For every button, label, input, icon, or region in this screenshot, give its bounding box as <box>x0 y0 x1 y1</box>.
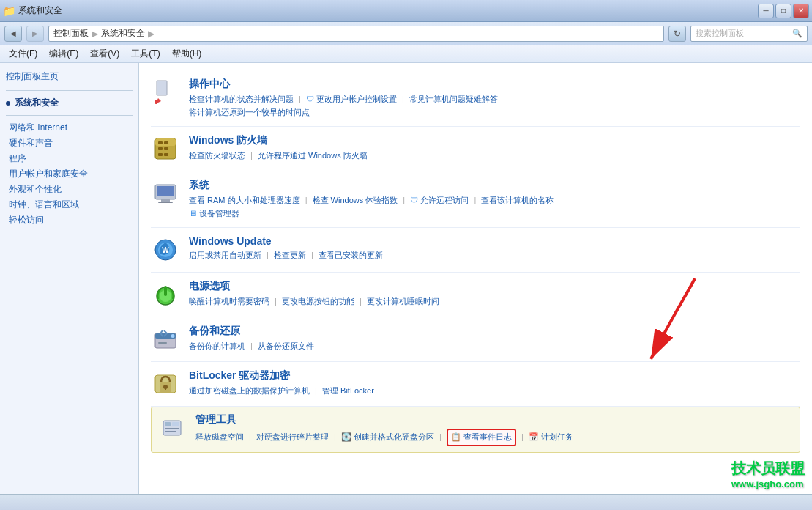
link-power-button[interactable]: 更改电源按钮的功能 <box>282 297 354 306</box>
action-center-title[interactable]: 操作中心 <box>189 78 800 91</box>
link-restore[interactable]: 将计算机还原到一个较早的时间点 <box>189 108 310 117</box>
update-title[interactable]: Windows Update <box>189 235 800 247</box>
menu-tools[interactable]: 工具(T) <box>125 46 165 62</box>
power-links: 唤醒计算机时需要密码 | 更改电源按钮的功能 | 更改计算机睡眠时间 <box>189 295 800 308</box>
sidebar-item-user-accounts[interactable]: 用户帐户和家庭安全 <box>6 168 133 180</box>
link-encrypt-disk[interactable]: 通过加密磁盘上的数据保护计算机 <box>189 386 310 395</box>
link-backup-computer[interactable]: 备份你的计算机 <box>189 341 245 350</box>
menu-edit[interactable]: 编辑(E) <box>43 46 84 62</box>
sidebar-current-section: 系统和安全 <box>6 97 133 109</box>
link-format-disk[interactable]: 创建并格式化硬盘分区 <box>354 432 434 441</box>
event-log-highlight: 📋 查看事件日志 <box>447 429 516 446</box>
link-allow-program[interactable]: 允许程序通过 Windows 防火墙 <box>258 151 368 160</box>
svg-rect-12 <box>157 186 174 196</box>
link-restore-files[interactable]: 从备份还原文件 <box>258 341 314 350</box>
search-placeholder: 搜索控制面板 <box>696 28 744 39</box>
sidebar-item-appearance[interactable]: 外观和个性化 <box>6 183 133 196</box>
minimize-button[interactable]: ─ <box>758 4 774 18</box>
backup-title[interactable]: 备份和还原 <box>189 325 800 338</box>
shield-icon-inline: 🛡 <box>410 196 418 204</box>
action-center-links: 检查计算机的状态并解决问题 | 🛡 更改用户帐户控制设置 | 常见计算机问题疑难… <box>189 93 800 119</box>
sidebar-item-network[interactable]: 网络和 Internet <box>6 122 133 134</box>
maximize-button[interactable]: □ <box>775 4 791 18</box>
link-remote[interactable]: 允许远程访问 <box>420 196 469 204</box>
admin-tools-links: 释放磁盘空间 | 对硬盘进行碎片整理 | 💽 创建并格式化硬盘分区 | 📋 查看… <box>195 429 794 446</box>
link-check-status[interactable]: 检查计算机的状态并解决问题 <box>189 95 294 103</box>
back-button[interactable]: ◀ <box>4 26 22 42</box>
event-log-icon: 📋 <box>451 431 461 444</box>
menu-help[interactable]: 帮助(H) <box>166 46 208 62</box>
admin-tools-icon <box>157 413 187 443</box>
sidebar-item-hardware[interactable]: 硬件和声音 <box>6 137 133 149</box>
title-bar-controls: ─ □ ✕ <box>758 4 809 18</box>
task-icon-inline: 📅 <box>529 432 539 441</box>
link-manage-bitlocker[interactable]: 管理 BitLocker <box>322 386 374 395</box>
link-task-scheduler[interactable]: 计划任务 <box>541 432 573 441</box>
firewall-links: 检查防火墙状态 | 允许程序通过 Windows 防火墙 <box>189 149 800 163</box>
svg-rect-5 <box>158 141 163 144</box>
svg-text:W: W <box>162 246 169 254</box>
svg-rect-2 <box>155 100 157 104</box>
bitlocker-links: 通过加密磁盘上的数据保护计算机 | 管理 BitLocker <box>189 385 800 398</box>
forward-button[interactable]: ▶ <box>26 26 44 42</box>
power-title[interactable]: 电源选项 <box>189 280 800 293</box>
link-troubleshoot[interactable]: 常见计算机问题疑难解答 <box>409 95 498 103</box>
link-device-manager[interactable]: 设备管理器 <box>199 209 239 218</box>
title-bar-title: 系统和安全 <box>18 4 62 17</box>
backup-content: 备份和还原 备份你的计算机 | 从备份还原文件 <box>189 325 800 353</box>
refresh-button[interactable]: ↻ <box>668 26 686 42</box>
link-check-update[interactable]: 检查更新 <box>274 251 306 259</box>
firewall-icon <box>151 134 180 163</box>
title-bar-left: 📁 系统和安全 <box>3 4 62 17</box>
backup-icon <box>151 325 180 354</box>
close-button[interactable]: ✕ <box>793 4 809 18</box>
svg-rect-20 <box>164 286 167 296</box>
main-area: 控制面板主页 系统和安全 网络和 Internet 硬件和声音 程序 用户帐户和… <box>0 63 812 494</box>
path-separator1: ▶ <box>92 29 98 39</box>
link-free-disk[interactable]: 释放磁盘空间 <box>195 432 244 441</box>
link-change-uac[interactable]: 更改用户帐户控制设置 <box>316 95 397 103</box>
link-installed-updates[interactable]: 查看已安装的更新 <box>319 251 383 259</box>
section-system: 系统 查看 RAM 的大小和处理器速度 | 检查 Windows 体验指数 | … <box>151 171 800 228</box>
device-manager-icon: 🖥 <box>189 209 197 218</box>
bullet-icon <box>6 101 10 106</box>
watermark: 技术员联盟 www.jsgho.com <box>731 459 805 489</box>
link-auto-update[interactable]: 启用或禁用自动更新 <box>189 251 261 259</box>
svg-rect-7 <box>158 147 163 150</box>
system-title[interactable]: 系统 <box>189 179 800 192</box>
link-require-password[interactable]: 唤醒计算机时需要密码 <box>189 297 269 306</box>
sidebar-divider-2 <box>6 115 133 116</box>
link-ram[interactable]: 查看 RAM 的大小和处理器速度 <box>189 196 300 204</box>
menu-file[interactable]: 文件(F) <box>3 46 43 62</box>
svg-rect-33 <box>172 422 179 426</box>
watermark-text: 技术员联盟 <box>731 459 805 478</box>
path-home: 控制面板 <box>53 27 89 40</box>
svg-rect-8 <box>164 147 168 150</box>
section-admin-tools: 管理工具 释放磁盘空间 | 对硬盘进行碎片整理 | 💽 创建并格式化硬盘分区 |… <box>151 407 800 453</box>
link-event-log[interactable]: 查看事件日志 <box>463 431 512 444</box>
address-field[interactable]: 控制面板 ▶ 系统和安全 ▶ <box>48 26 664 42</box>
search-field[interactable]: 搜索控制面板 🔍 <box>690 26 808 42</box>
link-experience-index[interactable]: 检查 Windows 体验指数 <box>313 196 398 204</box>
watermark-url: www.jsgho.com <box>731 478 805 489</box>
link-defrag[interactable]: 对硬盘进行碎片整理 <box>256 432 329 441</box>
sidebar-item-accessibility[interactable]: 轻松访问 <box>6 214 133 226</box>
section-backup: 备份和还原 备份你的计算机 | 从备份还原文件 <box>151 317 800 362</box>
menu-view[interactable]: 查看(V) <box>84 46 125 62</box>
bitlocker-title[interactable]: BitLocker 驱动器加密 <box>189 369 800 382</box>
link-sleep[interactable]: 更改计算机睡眠时间 <box>367 297 439 306</box>
sidebar-home-link[interactable]: 控制面板主页 <box>6 70 133 83</box>
sidebar-item-programs[interactable]: 程序 <box>6 152 133 165</box>
address-bar: ◀ ▶ 控制面板 ▶ 系统和安全 ▶ ↻ 搜索控制面板 🔍 <box>0 22 812 45</box>
svg-rect-31 <box>165 428 179 429</box>
uac-icon-inline: 🛡 <box>306 95 314 103</box>
svg-rect-13 <box>161 199 170 202</box>
link-check-firewall[interactable]: 检查防火墙状态 <box>189 151 245 160</box>
update-content: Windows Update 启用或禁用自动更新 | 检查更新 | 查看已安装的… <box>189 235 800 262</box>
disk-icon-inline: 💽 <box>341 432 351 441</box>
firewall-title[interactable]: Windows 防火墙 <box>189 134 800 147</box>
link-computer-name[interactable]: 查看该计算机的名称 <box>481 196 554 204</box>
sidebar-item-clock[interactable]: 时钟、语言和区域 <box>6 199 133 211</box>
svg-rect-0 <box>157 81 167 95</box>
admin-tools-title[interactable]: 管理工具 <box>195 413 794 426</box>
